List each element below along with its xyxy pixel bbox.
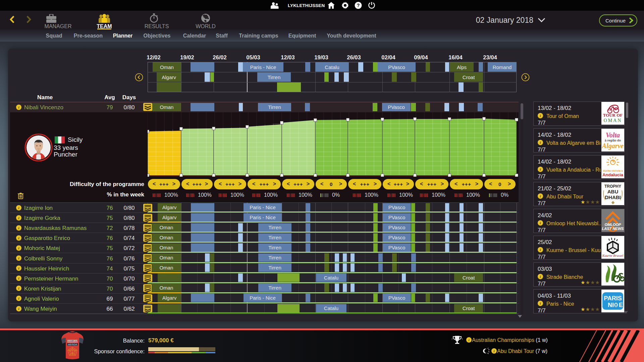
svg-text:NI: NI [608,302,614,308]
svg-text:PARIS: PARIS [604,295,622,302]
svg-text:TOUR OF: TOUR OF [603,113,623,118]
svg-text:OMLOOP: OMLOOP [605,223,622,227]
svg-text:MERIDA: MERIDA [68,343,77,346]
svg-text:à região do: à região do [605,139,621,142]
svg-text:?: ? [357,3,360,8]
svg-text:E: E [619,302,623,308]
svg-text:DHABI: DHABI [605,194,621,200]
svg-text:TROPHY: TROPHY [604,184,621,189]
svg-text:Kuurne Brussel: Kuurne Brussel [602,254,624,257]
svg-text:BAHRAIN: BAHRAIN [66,340,79,343]
svg-text:Vuelta ciclista a: Vuelta ciclista a [603,169,623,172]
svg-text:Andalucia: Andalucia [602,172,624,177]
svg-text:Algarve: Algarve [601,142,624,150]
svg-text:Volta: Volta [606,131,620,139]
svg-text:OMAN: OMAN [604,118,622,123]
svg-text:ABU: ABU [607,189,619,194]
svg-text:LAST NEWS: LAST NEWS [602,227,624,231]
